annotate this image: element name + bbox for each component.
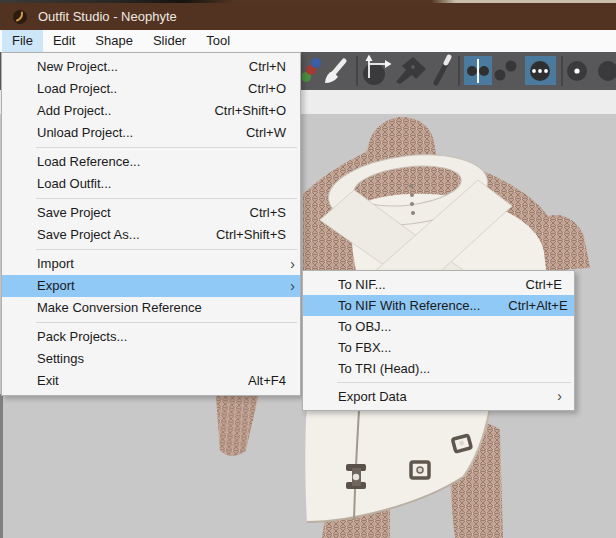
menu-item-label: To NIF... <box>338 274 386 295</box>
menu-item-label: Save Project As... <box>37 224 140 246</box>
menu-item-label: New Project... <box>37 56 118 78</box>
menu-item-label: Exit <box>37 370 59 392</box>
menubar-edit[interactable]: Edit <box>43 30 85 52</box>
menu-item-new-project[interactable]: New Project... Ctrl+N <box>2 56 300 78</box>
menu-item-to-nif[interactable]: To NIF... Ctrl+E <box>303 274 574 295</box>
menubar: File Edit Shape Slider Tool <box>0 30 616 52</box>
menu-item-label: To NIF With Reference... <box>338 295 480 316</box>
three-dots-icon[interactable] <box>525 56 556 85</box>
menu-separator <box>337 382 571 383</box>
submenu-arrow-icon: › <box>290 253 295 275</box>
menu-item-save-project[interactable]: Save Project Ctrl+S <box>2 202 300 224</box>
menu-item-exit[interactable]: Exit Alt+F4 <box>2 370 300 392</box>
dot-circle-icon[interactable] <box>567 61 587 81</box>
menu-item-add-project[interactable]: Add Project.. Ctrl+Shift+O <box>2 100 300 122</box>
menu-item-label: Settings <box>37 348 84 370</box>
menu-separator <box>36 198 297 199</box>
linked-circles-icon[interactable] <box>495 61 517 81</box>
window-left-edge <box>0 394 3 538</box>
submenu-arrow-icon: › <box>557 386 562 407</box>
menu-item-label: To OBJ... <box>338 316 391 337</box>
mirror-split-icon[interactable] <box>464 56 492 85</box>
menu-item-shortcut: Ctrl+Alt+E <box>480 295 567 316</box>
titlebar: Outfit Studio - Neophyte <box>0 3 616 30</box>
menu-separator <box>36 322 297 323</box>
wireframe-right-arm <box>542 215 590 270</box>
menu-item-shortcut: Ctrl+W <box>218 122 286 144</box>
menu-item-label: Make Conversion Reference <box>37 297 202 319</box>
menubar-shape[interactable]: Shape <box>85 30 143 52</box>
menu-item-make-conversion-reference[interactable]: Make Conversion Reference <box>2 297 300 319</box>
menu-item-label: To FBX... <box>338 337 391 358</box>
menu-item-export-data[interactable]: Export Data › <box>303 386 574 407</box>
menu-item-label: Export <box>37 275 75 297</box>
skirt-buckle <box>452 435 471 452</box>
menu-item-pack-projects[interactable]: Pack Projects... <box>2 326 300 348</box>
submenu-arrow-icon: › <box>290 275 295 297</box>
menu-item-label: To TRI (Head)... <box>338 358 430 379</box>
menubar-tool[interactable]: Tool <box>196 30 240 52</box>
menu-item-load-project[interactable]: Load Project.. Ctrl+O <box>2 78 300 100</box>
menu-item-shortcut: Ctrl+S <box>222 202 286 224</box>
menu-item-label: Pack Projects... <box>37 326 127 348</box>
menu-item-shortcut: Ctrl+Shift+O <box>186 100 286 122</box>
menu-item-load-reference[interactable]: Load Reference... <box>2 151 300 173</box>
export-submenu: To NIF... Ctrl+E To NIF With Reference..… <box>302 270 575 411</box>
menu-separator <box>36 249 297 250</box>
window-title: Outfit Studio - Neophyte <box>38 9 177 24</box>
outfit-studio-window: Outfit Studio - Neophyte File Edit Shape… <box>0 0 616 538</box>
menu-item-shortcut: Ctrl+E <box>498 274 562 295</box>
menu-item-import[interactable]: Import › <box>2 253 300 275</box>
menu-item-to-tri-head[interactable]: To TRI (Head)... <box>303 358 574 379</box>
menu-item-label: Import <box>37 253 74 275</box>
menu-item-settings[interactable]: Settings <box>2 348 300 370</box>
menu-item-label: Add Project.. <box>37 100 111 122</box>
menu-item-export[interactable]: Export › <box>2 275 300 297</box>
wireframe-forearm <box>212 391 259 458</box>
menu-item-label: Unload Project... <box>37 122 133 144</box>
menu-item-shortcut: Ctrl+O <box>220 78 286 100</box>
menu-item-label: Load Project.. <box>37 78 117 100</box>
file-menu: New Project... Ctrl+N Load Project.. Ctr… <box>1 52 301 396</box>
menu-item-shortcut: Alt+F4 <box>220 370 286 392</box>
menu-separator <box>36 147 297 148</box>
menu-item-save-project-as[interactable]: Save Project As... Ctrl+Shift+S <box>2 224 300 246</box>
brush-icon[interactable] <box>325 61 344 83</box>
menu-item-shortcut: Ctrl+N <box>221 56 286 78</box>
menu-item-label: Save Project <box>37 202 111 224</box>
pen-icon[interactable] <box>436 57 449 83</box>
menu-item-to-fbx[interactable]: To FBX... <box>303 337 574 358</box>
menu-item-load-outfit[interactable]: Load Outfit... <box>2 173 300 195</box>
app-icon <box>13 9 29 25</box>
pin-mask-icon[interactable] <box>396 57 426 84</box>
menubar-file[interactable]: File <box>2 30 43 52</box>
transform-axes-icon[interactable] <box>363 55 392 86</box>
menu-item-to-nif-with-reference[interactable]: To NIF With Reference... Ctrl+Alt+E <box>303 295 574 316</box>
menu-item-to-obj[interactable]: To OBJ... <box>303 316 574 337</box>
menu-item-label: Load Reference... <box>37 151 140 173</box>
vertex-colors-icon[interactable] <box>302 58 321 82</box>
menu-item-unload-project[interactable]: Unload Project... Ctrl+W <box>2 122 300 144</box>
menubar-slider[interactable]: Slider <box>143 30 196 52</box>
menu-item-shortcut: Ctrl+Shift+S <box>188 224 286 246</box>
plain-circle-icon[interactable] <box>598 61 616 81</box>
menu-item-label: Export Data <box>338 386 407 407</box>
menu-item-label: Load Outfit... <box>37 173 111 195</box>
